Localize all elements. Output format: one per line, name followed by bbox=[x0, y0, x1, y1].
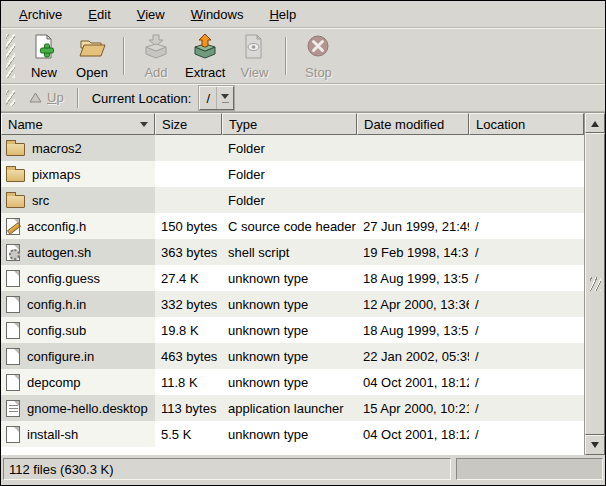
scroll-down-button[interactable] bbox=[585, 435, 605, 455]
file-location bbox=[469, 135, 584, 161]
location-bar: Up Current Location: / bbox=[1, 84, 605, 112]
file-location: / bbox=[469, 265, 584, 291]
open-button[interactable]: Open bbox=[68, 31, 116, 82]
file-location: / bbox=[469, 291, 584, 317]
column-header-size[interactable]: Size bbox=[155, 113, 222, 135]
column-header-type[interactable]: Type bbox=[222, 113, 357, 135]
menu-edit[interactable]: Edit bbox=[75, 1, 123, 27]
menu-archive[interactable]: Archive bbox=[6, 1, 75, 27]
file-name: macros2 bbox=[32, 141, 82, 156]
table-row[interactable]: pixmaps Folder bbox=[1, 161, 584, 187]
new-button-label: New bbox=[31, 66, 57, 80]
menu-view-label: iew bbox=[145, 7, 165, 22]
file-name: gnome-hello.desktop bbox=[27, 401, 148, 416]
location-value: / bbox=[200, 87, 217, 109]
file-location: / bbox=[469, 369, 584, 395]
menu-windows-label: indows bbox=[203, 7, 243, 22]
file-size bbox=[155, 187, 222, 213]
vertical-scrollbar[interactable] bbox=[584, 113, 605, 455]
file-size: 113 bytes bbox=[155, 395, 222, 421]
location-combobox[interactable]: / bbox=[199, 86, 234, 110]
file-date bbox=[357, 187, 469, 213]
file-location: / bbox=[469, 239, 584, 265]
menu-help-label: elp bbox=[279, 7, 296, 22]
table-row[interactable]: install-sh 5.5 K unknown type 04 Oct 200… bbox=[1, 421, 584, 447]
up-button-mnemonic: U bbox=[47, 90, 56, 105]
table-row[interactable]: config.guess 27.4 K unknown type 18 Aug … bbox=[1, 265, 584, 291]
file-date: 27 Jun 1999, 21:49 bbox=[357, 213, 469, 239]
file-name: autogen.sh bbox=[27, 245, 91, 260]
table-row[interactable]: depcomp 11.8 K unknown type 04 Oct 2001,… bbox=[1, 369, 584, 395]
new-button[interactable]: New bbox=[20, 31, 68, 82]
table-row[interactable]: configure.in 463 bytes unknown type 22 J… bbox=[1, 343, 584, 369]
file-name: acconfig.h bbox=[27, 219, 86, 234]
scrollbar-track[interactable] bbox=[585, 133, 605, 435]
file-type: unknown type bbox=[222, 265, 357, 291]
file-name: config.h.in bbox=[27, 297, 86, 312]
file-type: Folder bbox=[222, 187, 357, 213]
menu-help[interactable]: Help bbox=[256, 1, 309, 27]
shell-script-icon bbox=[6, 244, 20, 261]
table-row[interactable]: gnome-hello.desktop 113 bytes applicatio… bbox=[1, 395, 584, 421]
file-location: / bbox=[469, 421, 584, 447]
menu-edit-label: dit bbox=[97, 7, 111, 22]
up-button: Up bbox=[20, 88, 73, 109]
stop-icon bbox=[304, 33, 332, 64]
table-row[interactable]: acconfig.h 150 bytes C source code heade… bbox=[1, 213, 584, 239]
file-name: src bbox=[32, 193, 49, 208]
status-bar: 112 files (630.3 K) bbox=[1, 455, 605, 485]
toolbar-separator bbox=[285, 37, 287, 75]
location-dropdown-button[interactable] bbox=[217, 87, 233, 109]
open-folder-icon bbox=[78, 33, 106, 64]
extract-button-label: Extract bbox=[185, 66, 225, 80]
file-size bbox=[155, 161, 222, 187]
table-row[interactable]: autogen.sh 363 bytes shell script 19 Feb… bbox=[1, 239, 584, 265]
toolbar-drag-handle[interactable] bbox=[6, 34, 15, 78]
file-type: unknown type bbox=[222, 421, 357, 447]
column-header-date-modified[interactable]: Date modified bbox=[357, 113, 469, 135]
file-location: / bbox=[469, 317, 584, 343]
menu-windows[interactable]: Windows bbox=[178, 1, 257, 27]
file-name: config.guess bbox=[27, 271, 100, 286]
document-icon bbox=[6, 270, 20, 287]
column-header-name[interactable]: Name bbox=[1, 113, 155, 135]
view-button-label: View bbox=[240, 66, 268, 80]
scroll-up-button[interactable] bbox=[585, 113, 605, 133]
column-header-type-label: Type bbox=[229, 117, 257, 132]
menubar: Archive Edit View Windows Help bbox=[1, 1, 605, 28]
sort-indicator-icon bbox=[140, 122, 148, 131]
file-type: unknown type bbox=[222, 369, 357, 395]
menu-archive-mnemonic: A bbox=[19, 7, 28, 22]
table-row[interactable]: macros2 Folder bbox=[1, 135, 584, 161]
file-size bbox=[155, 135, 222, 161]
column-header-location-label: Location bbox=[476, 117, 525, 132]
view-file-icon bbox=[240, 33, 268, 64]
table-row[interactable]: config.h.in 332 bytes unknown type 12 Ap… bbox=[1, 291, 584, 317]
folder-icon bbox=[6, 195, 25, 208]
file-date: 18 Aug 1999, 13:53 bbox=[357, 317, 469, 343]
file-location: / bbox=[469, 213, 584, 239]
table-row[interactable]: config.sub 19.8 K unknown type 18 Aug 19… bbox=[1, 317, 584, 343]
file-name: config.sub bbox=[27, 323, 86, 338]
file-type: shell script bbox=[222, 239, 357, 265]
extract-button[interactable]: Extract bbox=[180, 31, 230, 82]
menu-help-mnemonic: H bbox=[269, 7, 278, 22]
table-row[interactable]: src Folder bbox=[1, 187, 584, 213]
file-size: 27.4 K bbox=[155, 265, 222, 291]
toolbar: New Open Add bbox=[1, 28, 605, 84]
menu-view[interactable]: View bbox=[124, 1, 178, 27]
file-size: 19.8 K bbox=[155, 317, 222, 343]
file-location: / bbox=[469, 395, 584, 421]
file-type: Folder bbox=[222, 135, 357, 161]
file-date: 12 Apr 2000, 13:36 bbox=[357, 291, 469, 317]
file-list-area: Name Size Type Date modified Location ma… bbox=[1, 112, 605, 455]
add-button-label: Add bbox=[144, 66, 167, 80]
folder-icon bbox=[6, 143, 25, 156]
table-body: macros2 Folder pixmaps Folder src F bbox=[1, 135, 584, 455]
column-header-location[interactable]: Location bbox=[469, 113, 584, 135]
arrow-down-icon bbox=[591, 442, 599, 452]
add-button: Add bbox=[132, 31, 180, 82]
locationbar-drag-handle[interactable] bbox=[6, 90, 15, 106]
file-size: 5.5 K bbox=[155, 421, 222, 447]
scrollbar-thumb[interactable] bbox=[585, 133, 605, 435]
